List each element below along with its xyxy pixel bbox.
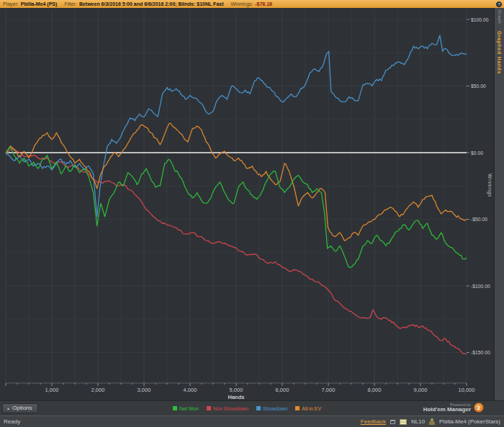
winnings-value: -$78.18 — [255, 0, 272, 8]
brand-name: Hold'em Manager — [423, 407, 471, 413]
feedback-link[interactable]: Feedback — [361, 418, 386, 425]
svg-text:4,000: 4,000 — [184, 387, 197, 393]
winnings-graph: 1,0002,0003,0004,0005,0006,0007,0008,000… — [0, 8, 494, 400]
svg-text:2,000: 2,000 — [91, 387, 105, 393]
player-label: Player: — [3, 0, 19, 8]
svg-text:-$150.00: -$150.00 — [471, 350, 490, 355]
svg-text:9,000: 9,000 — [414, 387, 428, 393]
svg-text:7,000: 7,000 — [322, 387, 336, 393]
status-bar: Ready Feedback NL10 Pbilla-Me4 (PokerSta… — [0, 415, 504, 427]
x-axis-title: Hands — [228, 394, 245, 400]
svg-text:$50.00: $50.00 — [471, 84, 486, 89]
graph-panel: 1,0002,0003,0004,0005,0006,0007,0008,000… — [0, 8, 504, 400]
svg-text:3,000: 3,000 — [138, 387, 151, 393]
player-icon — [429, 418, 435, 425]
legend-label: Non Showdown — [213, 406, 248, 411]
svg-text:-$50.00: -$50.00 — [471, 217, 487, 222]
stakes-value: NL10 — [411, 418, 425, 425]
hm2-logo-icon: 2 — [474, 403, 484, 413]
svg-text:$100.00: $100.00 — [471, 17, 489, 22]
status-ready: Ready — [4, 418, 356, 425]
side-tab-strip: Graph Graphed Hands — [494, 8, 504, 400]
svg-text:8,000: 8,000 — [368, 387, 382, 393]
player-value: Pbilla-Me4 (PS) — [21, 0, 58, 8]
legend-swatch — [207, 406, 211, 410]
status-player-name: Pbilla-Me4 (PokerStars) — [439, 418, 500, 425]
legend-label: All-in EV — [302, 406, 321, 411]
powered-by-block: Powered by Hold'em Manager 2 — [423, 403, 484, 413]
legend-label: Net Won — [179, 406, 199, 411]
legend-label: Showdown — [263, 406, 287, 411]
legend-item-net-won[interactable]: Net Won — [173, 406, 199, 411]
svg-text:1,000: 1,000 — [45, 387, 59, 393]
money-stack-icon — [400, 419, 407, 425]
svg-text:5,000: 5,000 — [230, 387, 243, 393]
help-icon[interactable]: ? — [496, 1, 502, 7]
chart-legend: Net WonNon ShowdownShowdownAll-in EV — [0, 401, 494, 415]
legend-item-showdown[interactable]: Showdown — [256, 406, 287, 411]
legend-item-all-in-ev[interactable]: All-in EV — [295, 406, 321, 411]
svg-text:-$100.00: -$100.00 — [471, 284, 490, 289]
legend-swatch — [256, 406, 261, 410]
window-icon[interactable] — [390, 420, 395, 424]
svg-text:6,000: 6,000 — [276, 387, 289, 393]
title-bar: Player: Pbilla-Me4 (PS) Filter: Between … — [0, 0, 504, 8]
legend-item-non-showdown[interactable]: Non Showdown — [207, 406, 248, 411]
legend-swatch — [295, 406, 300, 410]
side-tab-graph[interactable]: Graph — [498, 10, 502, 24]
svg-text:10,000: 10,000 — [459, 387, 475, 393]
filter-value: Between 6/3/2016 5:00 and 6/6/2016 2:00;… — [79, 0, 224, 8]
x-axis: 1,0002,0003,0004,0005,0006,0007,0008,000… — [6, 383, 474, 400]
legend-swatch — [173, 406, 177, 410]
svg-text:$0.00: $0.00 — [471, 150, 483, 156]
y-axis-title: Winnings — [487, 174, 492, 197]
side-tab-graphed-hands[interactable]: Graphed Hands — [497, 31, 502, 74]
winnings-label: Winnings: — [231, 0, 253, 8]
filter-label: Filter: — [64, 0, 77, 8]
graph-footer: ▲ Options Net WonNon ShowdownShowdownAll… — [0, 400, 504, 415]
